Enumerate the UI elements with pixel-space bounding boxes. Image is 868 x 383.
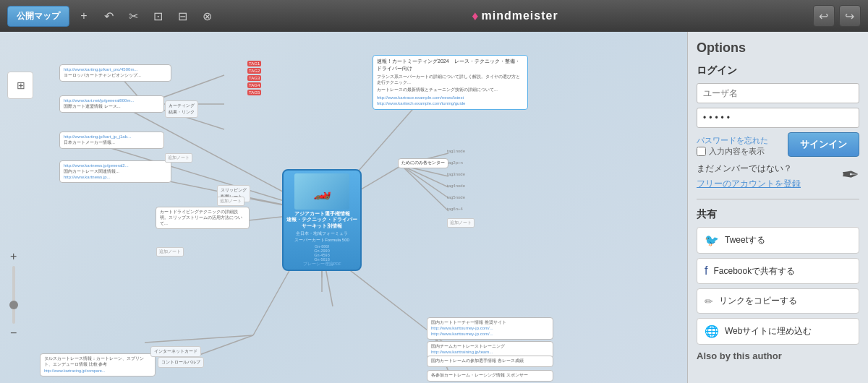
forgot-pw-anchor[interactable]: パスワードを忘れた xyxy=(697,136,768,145)
left-panel: ⊞ xyxy=(7,72,33,99)
username-input[interactable] xyxy=(697,83,859,103)
tweet-label: Tweetする xyxy=(725,234,765,246)
central-node-sub: 全日本・地域フォーミュラスーパーカートFormula 500 xyxy=(286,231,357,244)
add-button[interactable]: + xyxy=(74,6,94,26)
cut-button[interactable]: ✂ xyxy=(123,6,143,26)
header-left: 公開マップ + ↶ ✂ ⊡ ⊟ ⊗ xyxy=(7,6,217,27)
tag-node-1: tag1node xyxy=(447,149,465,153)
share-title: 共有 xyxy=(697,208,859,221)
password-input[interactable] xyxy=(697,108,859,128)
link-icon: ✏ xyxy=(705,296,713,307)
header-center: ♦ mindmeister xyxy=(472,9,558,24)
add-note-2[interactable]: 追加ノート xyxy=(217,197,244,206)
twitter-icon: 🐦 xyxy=(705,233,719,247)
copy-button[interactable]: ⊡ xyxy=(148,6,168,26)
tweet-button[interactable]: 🐦 Tweetする xyxy=(697,227,859,254)
undo2-button[interactable]: ↶ xyxy=(98,6,119,26)
tag-node-3: tag3node xyxy=(447,172,465,176)
minimap-icon[interactable]: ⊞ xyxy=(11,75,31,95)
small-node-bottom-1[interactable]: インターネットカード xyxy=(150,346,201,357)
node-bottom-left[interactable]: タルスカートレース情報：カートレーン、スプリント、エンデューロ情報 比較 参考 … xyxy=(40,353,156,376)
show-input-label: 入力内容を表示 xyxy=(709,146,765,157)
also-author: Also by this author xyxy=(697,350,859,361)
node-top-left-1[interactable]: http://www.karting.jp/kart_pro/4500m... … xyxy=(59,64,171,82)
copy-link-button[interactable]: ✏ リンクをコピーする xyxy=(697,288,859,314)
zoom-out-button[interactable]: − xyxy=(10,327,17,340)
small-node-1[interactable]: カーティング結果・リンク xyxy=(165,100,198,118)
public-map-button[interactable]: 公開マップ xyxy=(7,6,69,27)
header-right: ↩ ↪ xyxy=(813,5,861,27)
show-input-check[interactable] xyxy=(697,147,706,156)
small-node-bottom-2[interactable]: コントロールバルブ xyxy=(158,357,204,368)
paste-button[interactable]: ⊟ xyxy=(172,6,192,26)
signin-row: パスワードを忘れた 入力内容を表示 サインイン xyxy=(697,132,859,157)
facebook-icon: f xyxy=(705,264,707,277)
node-top-left-2[interactable]: http://www.kart.net/jp/general800m... 国際… xyxy=(59,95,164,113)
embed-label: Webサイトに埋め込む xyxy=(725,325,812,337)
sidebar: Options ログイン パスワードを忘れた 入力内容を表示 サインイン まだメ… xyxy=(687,32,868,383)
login-section-title: ログイン xyxy=(697,64,859,77)
forgot-password-link: パスワードを忘れた 入力内容を表示 xyxy=(697,133,768,157)
kart-image: 🏎️ xyxy=(294,173,349,210)
add-note-3[interactable]: 追加ノート xyxy=(156,247,184,257)
node-mid-left[interactable]: カートドライビングテクニックの詳細説明。スリップストリームの活用方法について..… xyxy=(156,207,250,229)
options-title: Options xyxy=(697,40,859,56)
central-node[interactable]: 🏎️ アジアカート選手権情報速報・テクニック・ドライバーサーキット別情報 全日本… xyxy=(282,169,362,271)
mind-map-canvas[interactable]: 速報！カートミーティング2024 レース・テクニック・整備・ドライバー向け フラ… xyxy=(0,32,687,383)
back-button[interactable]: ↩ xyxy=(813,5,835,27)
web-icon: 🌐 xyxy=(705,324,719,338)
node-left-4[interactable]: http://www.kartnews.jp/general2... 国内カート… xyxy=(59,160,171,183)
central-node-title: アジアカート選手権情報速報・テクニック・ドライバーサーキット別情報 xyxy=(286,211,357,229)
zoom-thumb[interactable] xyxy=(9,301,18,309)
node-bottom-right-4[interactable]: 各参加カートレーム・レーシング情報 スポンサー xyxy=(427,370,553,382)
embed-button[interactable]: 🌐 Webサイトに埋め込む xyxy=(697,318,859,345)
node-bottom-right-3[interactable]: 国内カートレームの参加選手情報 各レース成績 xyxy=(427,356,553,367)
central-node-tags: Gn-886f Gn-2990 Gn-4593 Gn-5618 ブレーシー理論P… xyxy=(286,244,357,267)
delete-button[interactable]: ⊗ xyxy=(197,6,217,26)
add-note-right[interactable]: 追加ノート xyxy=(447,218,475,228)
add-note-1[interactable]: 追加ノート xyxy=(165,153,192,163)
pen-icon: ✒ xyxy=(841,162,859,187)
tag-node-2: tag2p+n xyxy=(447,160,463,165)
zoom-slider[interactable] xyxy=(12,266,15,324)
svg-line-11 xyxy=(401,165,448,211)
divider xyxy=(697,199,859,199)
not-member-section: まだメンバーではない？ フリーのアカウントを登録 ✒ xyxy=(697,163,859,190)
node-bottom-right-1[interactable]: 国内カートトーチャー情報 推奨サイト http://www.karttourne… xyxy=(427,317,553,340)
logo-text: mindmeister xyxy=(482,9,558,22)
zoom-in-button[interactable]: + xyxy=(10,250,17,263)
signin-button[interactable]: サインイン xyxy=(788,132,859,157)
tag-node-6: tag6n+4 xyxy=(447,207,463,211)
header: 公開マップ + ↶ ✂ ⊡ ⊟ ⊗ ♦ mindmeister ↩ ↪ xyxy=(0,0,868,32)
tag-node-4: tag4node xyxy=(447,184,465,188)
not-member-text: まだメンバーではない？ xyxy=(697,163,859,175)
node-right-connector[interactable]: ためにのみ各センター xyxy=(398,158,448,168)
copy-link-label: リンクをコピーする xyxy=(719,295,797,307)
svg-line-9 xyxy=(401,165,448,187)
forward-button[interactable]: ↪ xyxy=(839,5,861,27)
facebook-button[interactable]: f Facebookで共有する xyxy=(697,258,859,284)
facebook-label: Facebookで共有する xyxy=(713,265,795,277)
info-node-top[interactable]: 速報！カートミーティング2024 レース・テクニック・整備・ドライバー向け フラ… xyxy=(373,55,528,110)
show-input-checkbox: 入力内容を表示 xyxy=(697,146,768,157)
free-account-link[interactable]: フリーのアカウントを登録 xyxy=(697,178,801,189)
tag-node-5: tag5node xyxy=(447,195,465,199)
zoom-control: + − xyxy=(10,250,17,340)
node-left-3[interactable]: http://www.karting.jp/kart_jp_j1ab... 日本… xyxy=(59,132,164,149)
